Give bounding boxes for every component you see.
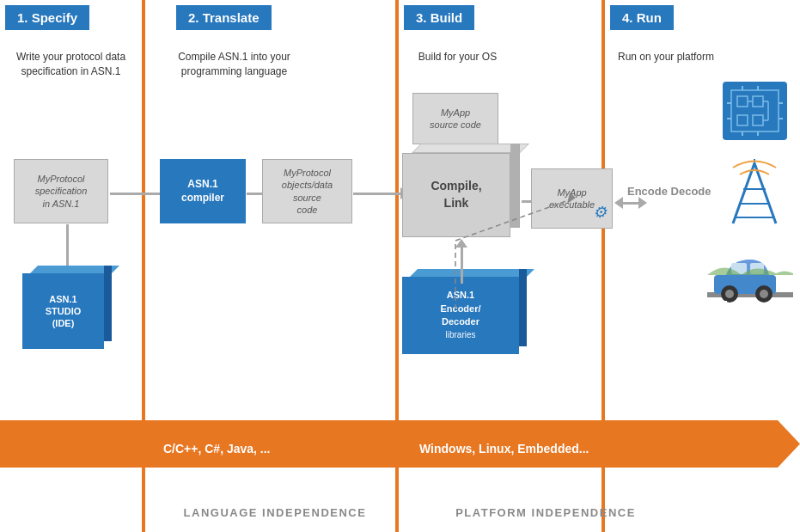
objects-label: MyProtocolobjects/datasourcecode <box>282 167 333 216</box>
svg-rect-5 <box>753 96 763 107</box>
tower-icon <box>724 159 785 232</box>
objects-box: MyProtocolobjects/datasourcecode <box>262 159 352 223</box>
step4-title: Run <box>637 10 662 25</box>
right-arrow-head <box>638 197 647 209</box>
myapp-src-box: MyAppsource code <box>412 93 498 144</box>
dashed-connector <box>455 241 584 309</box>
step3-desc: Build for your OS <box>400 50 516 64</box>
step1-title: Specify <box>32 10 77 25</box>
bottom-platform-text: Windows, Linux, Embedded... <box>419 442 589 456</box>
compile-box: Compile,Link <box>402 153 510 237</box>
circuit-svg <box>727 86 783 136</box>
studio-wrapper: ASN.1STUDIO(IDE) <box>22 273 104 349</box>
myprotocol-box: MyProtocolspecificationin ASN.1 <box>14 159 108 223</box>
studio-label: ASN.1STUDIO(IDE) <box>46 293 82 330</box>
step4-desc: Run on your platform <box>610 50 722 64</box>
car-svg <box>707 248 793 308</box>
step3-title: Build <box>431 10 463 25</box>
svg-rect-35 <box>743 301 759 303</box>
compile-wrapper: Compile,Link <box>402 153 510 237</box>
step2-title: Translate <box>203 10 260 25</box>
main-container: 1. Specify 2. Translate 3. Build 4. Run … <box>0 0 800 532</box>
step2-desc: Compile ASN.1 into your programming lang… <box>159 50 309 79</box>
studio-cube-right <box>104 266 112 341</box>
step1-desc: Write your protocol data specification i… <box>9 50 133 79</box>
svg-point-31 <box>725 290 734 298</box>
circuit-icon <box>723 82 787 140</box>
compiler-box: ASN.1compiler <box>160 159 246 223</box>
arrow-line3 <box>353 193 400 195</box>
double-arrow <box>614 197 647 209</box>
myapp-src-label: MyAppsource code <box>430 107 481 131</box>
gear-icon: ⚙ <box>593 203 607 223</box>
step4-header: 4. Run <box>610 5 674 30</box>
compile-cube-right <box>510 144 520 228</box>
step1-number: 1. <box>17 10 28 25</box>
svg-rect-6 <box>737 115 748 125</box>
encode-decode-label: Encode Decode <box>627 185 711 198</box>
step2-header: 2. Translate <box>176 5 272 30</box>
arrow-objects-compile <box>353 187 409 199</box>
platform-independence-label: PLATFORM INDEPENDENCE <box>395 506 696 519</box>
step3-header: 3. Build <box>404 5 474 30</box>
compiler-label: ASN.1compiler <box>181 178 224 205</box>
svg-rect-4 <box>737 96 748 107</box>
svg-rect-7 <box>753 115 763 125</box>
arrow-line <box>110 193 160 195</box>
compile-label: Compile,Link <box>431 178 481 211</box>
double-arrow-line <box>623 202 638 205</box>
svg-rect-36 <box>774 301 790 303</box>
tower-svg <box>724 159 785 232</box>
bottom-bar <box>0 420 800 468</box>
lang-independence-label: LANGUAGE INDEPENDENCE <box>159 506 391 519</box>
step1-header: 1. Specify <box>5 5 89 30</box>
svg-point-33 <box>760 290 768 298</box>
step2-number: 2. <box>188 10 199 25</box>
left-arrow-head <box>614 197 623 209</box>
car-icon <box>707 248 793 308</box>
arrow-line2 <box>247 193 262 195</box>
bottom-lang-text: C/C++, C#, Java, ... <box>163 442 271 456</box>
encode-decode-text: Encode Decode <box>627 185 711 198</box>
studio-box: ASN.1STUDIO(IDE) <box>22 273 104 349</box>
step4-number: 4. <box>622 10 633 25</box>
svg-rect-34 <box>711 301 727 303</box>
myprotocol-label: MyProtocolspecificationin ASN.1 <box>35 173 88 210</box>
step3-number: 3. <box>416 10 427 25</box>
